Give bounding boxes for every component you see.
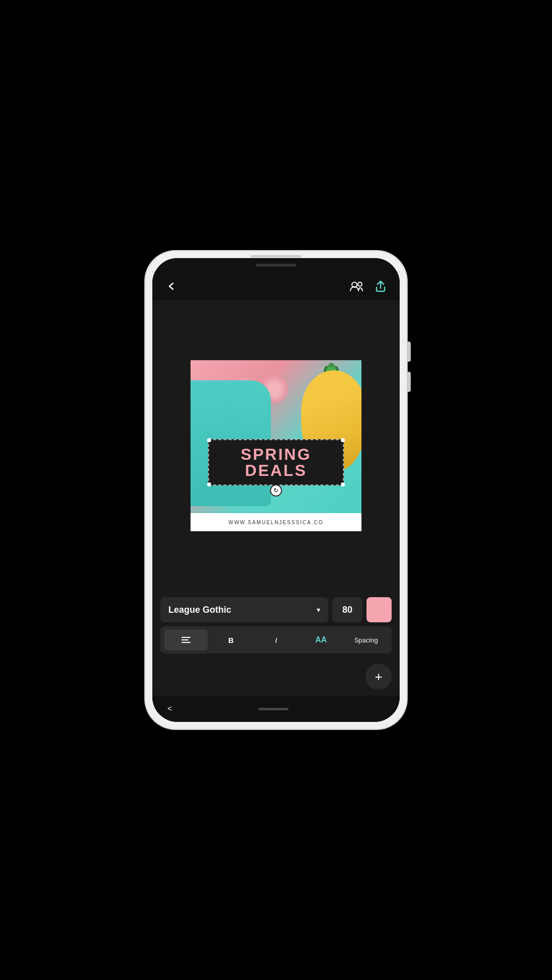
nav-right-icons <box>347 277 390 295</box>
users-icon <box>349 281 363 292</box>
aa-label: AA <box>315 635 327 644</box>
svg-point-1 <box>358 282 362 286</box>
spacing-label: Spacing <box>354 636 378 644</box>
status-bar-pill <box>256 264 296 267</box>
collab-button[interactable] <box>347 277 365 295</box>
italic-button[interactable]: I <box>254 629 298 650</box>
fab-label: + <box>375 669 382 685</box>
color-swatch[interactable] <box>366 597 392 622</box>
add-fab-button[interactable]: + <box>365 664 392 690</box>
back-nav-label: < <box>167 704 172 713</box>
aa-button[interactable]: AA <box>300 629 343 650</box>
font-row: League Gothic ▾ 80 <box>160 597 392 622</box>
canvas-footer: WWW.SAMUELNJESSSICA.CO <box>191 513 361 531</box>
back-icon <box>166 281 176 291</box>
volume-button-2 <box>407 372 411 392</box>
fab-area: + <box>152 660 400 696</box>
status-bar <box>152 258 400 272</box>
corner-handle-br[interactable] <box>341 482 345 486</box>
phone-screen: SPRING DEALS ↻ WWW.SAMUELNJESSSICA.CO Le… <box>152 258 400 722</box>
chevron-down-icon: ▾ <box>317 606 320 614</box>
spacing-button[interactable]: Spacing <box>344 629 388 650</box>
font-size-value: 80 <box>342 605 352 615</box>
spring-deals-text: SPRING DEALS <box>218 446 334 478</box>
canvas-area: SPRING DEALS ↻ WWW.SAMUELNJESSSICA.CO <box>152 300 400 591</box>
phone-frame: SPRING DEALS ↻ WWW.SAMUELNJESSSICA.CO Le… <box>145 251 407 729</box>
align-icon <box>181 637 191 643</box>
align-line-3 <box>181 642 191 643</box>
home-indicator[interactable] <box>258 708 289 710</box>
corner-handle-bl[interactable] <box>207 482 211 486</box>
website-text: WWW.SAMUELNJESSSICA.CO <box>228 520 323 525</box>
corner-handle-tr[interactable] <box>341 438 345 442</box>
volume-button <box>407 342 411 362</box>
align-line-1 <box>181 637 191 638</box>
system-back-button[interactable]: < <box>167 704 172 713</box>
bottom-panel: League Gothic ▾ 80 B <box>152 591 400 660</box>
font-selector[interactable]: League Gothic ▾ <box>160 597 328 622</box>
design-canvas[interactable]: SPRING DEALS ↻ WWW.SAMUELNJESSSICA.CO <box>191 360 361 531</box>
top-nav <box>152 272 400 300</box>
canvas-background: SPRING DEALS ↻ <box>191 360 361 513</box>
format-row: B I AA Spacing <box>160 626 392 654</box>
bottom-nav: < <box>152 696 400 722</box>
share-button[interactable] <box>372 277 390 295</box>
align-line-2 <box>181 639 189 640</box>
bold-label: B <box>228 636 234 644</box>
font-size-input[interactable]: 80 <box>332 597 362 622</box>
phone-speaker <box>251 255 301 258</box>
align-button[interactable] <box>164 629 208 650</box>
text-overlay-box[interactable]: SPRING DEALS ↻ <box>208 439 344 485</box>
font-name-label: League Gothic <box>168 605 231 615</box>
corner-handle-tl[interactable] <box>207 438 211 442</box>
share-icon <box>375 280 386 292</box>
italic-label: I <box>275 636 277 644</box>
bold-button[interactable]: B <box>210 629 253 650</box>
rotate-handle[interactable]: ↻ <box>270 484 282 497</box>
back-button[interactable] <box>162 277 180 295</box>
